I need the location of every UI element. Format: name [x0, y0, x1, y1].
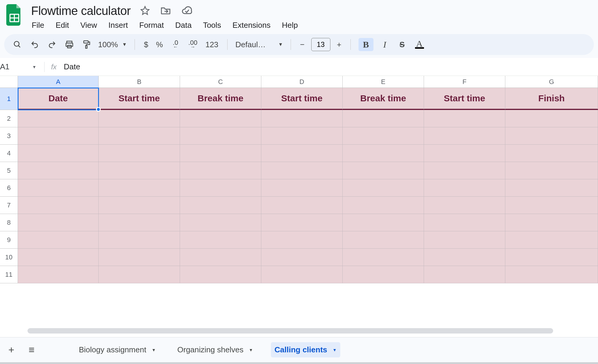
cell[interactable]: [261, 266, 343, 283]
menu-tools[interactable]: Tools: [203, 21, 221, 30]
all-sheets-button[interactable]: ≡: [29, 344, 35, 356]
col-header-g[interactable]: G: [505, 76, 598, 88]
cell[interactable]: [261, 145, 343, 162]
col-header-f[interactable]: F: [424, 76, 505, 88]
cell[interactable]: [180, 231, 261, 249]
row-header-3[interactable]: 3: [0, 127, 18, 145]
cell[interactable]: [18, 162, 99, 179]
cell[interactable]: [343, 145, 424, 162]
cell[interactable]: [424, 197, 505, 214]
menu-format[interactable]: Format: [139, 21, 164, 30]
cell[interactable]: [424, 231, 505, 249]
caret-down-icon[interactable]: ▼: [332, 348, 337, 352]
cell[interactable]: [180, 162, 261, 179]
bold-button[interactable]: B: [359, 38, 373, 51]
cell[interactable]: [261, 231, 343, 249]
print-icon[interactable]: [63, 38, 75, 51]
caret-down-icon[interactable]: ▼: [249, 348, 253, 352]
cell-f1[interactable]: Start time: [424, 88, 505, 110]
cell[interactable]: [343, 214, 424, 231]
cell-a1[interactable]: Date: [18, 88, 99, 110]
col-header-a[interactable]: A: [18, 76, 99, 88]
cell[interactable]: [180, 197, 261, 214]
increase-decimal-button[interactable]: .00→: [187, 38, 199, 51]
row-header-1[interactable]: 1: [0, 88, 18, 110]
cell[interactable]: [18, 197, 99, 214]
formula-bar-input[interactable]: Date: [64, 62, 80, 71]
menu-data[interactable]: Data: [175, 21, 192, 30]
row-header-2[interactable]: 2: [0, 110, 18, 127]
sheet-tab-biology[interactable]: Biology assignment ▼: [75, 342, 159, 357]
sheet-tab-organizing[interactable]: Organizing shelves ▼: [174, 342, 257, 357]
cell[interactable]: [99, 249, 180, 266]
sheet-tab-calling[interactable]: Calling clients ▼: [271, 342, 340, 357]
cell[interactable]: [18, 110, 99, 127]
move-icon[interactable]: [159, 5, 172, 17]
cell-e1[interactable]: Break time: [343, 88, 424, 110]
paint-format-icon[interactable]: [81, 38, 93, 51]
cell[interactable]: [261, 162, 343, 179]
cell[interactable]: [261, 179, 343, 197]
currency-button[interactable]: $: [143, 38, 149, 51]
cell[interactable]: [343, 110, 424, 127]
cell[interactable]: [505, 197, 598, 214]
cell[interactable]: [180, 145, 261, 162]
caret-down-icon[interactable]: ▼: [152, 348, 156, 352]
row-header-5[interactable]: 5: [0, 162, 18, 179]
cell[interactable]: [99, 127, 180, 145]
cell-b1[interactable]: Start time: [99, 88, 180, 110]
cell[interactable]: [505, 231, 598, 249]
cell-g1[interactable]: Finish: [505, 88, 598, 110]
cell[interactable]: [343, 197, 424, 214]
cell[interactable]: [424, 145, 505, 162]
cell[interactable]: [343, 162, 424, 179]
row-header-4[interactable]: 4: [0, 145, 18, 162]
cell[interactable]: [505, 214, 598, 231]
row-header-10[interactable]: 10: [0, 249, 18, 266]
cell[interactable]: [18, 214, 99, 231]
cell[interactable]: [180, 266, 261, 283]
menu-view[interactable]: View: [80, 21, 97, 30]
cell-d1[interactable]: Start time: [261, 88, 343, 110]
col-header-e[interactable]: E: [343, 76, 424, 88]
cell[interactable]: [18, 231, 99, 249]
row-header-11[interactable]: 11: [0, 266, 18, 283]
menu-insert[interactable]: Insert: [109, 21, 128, 30]
font-size-decrease-button[interactable]: −: [299, 38, 306, 51]
cell[interactable]: [424, 249, 505, 266]
cell[interactable]: [424, 127, 505, 145]
horizontal-scrollbar[interactable]: [28, 328, 553, 334]
cell[interactable]: [505, 249, 598, 266]
menu-edit[interactable]: Edit: [56, 21, 69, 30]
cell[interactable]: [261, 197, 343, 214]
fill-handle[interactable]: [96, 107, 101, 112]
redo-icon[interactable]: [46, 38, 58, 51]
cell[interactable]: [424, 266, 505, 283]
cell[interactable]: [261, 214, 343, 231]
cell[interactable]: [99, 179, 180, 197]
cell[interactable]: [99, 266, 180, 283]
cell[interactable]: [99, 214, 180, 231]
cell[interactable]: [505, 179, 598, 197]
font-select[interactable]: Defaul… ▼: [235, 40, 283, 49]
cell[interactable]: [505, 266, 598, 283]
cell[interactable]: [424, 162, 505, 179]
cell[interactable]: [99, 197, 180, 214]
add-sheet-button[interactable]: +: [8, 344, 14, 356]
menu-extensions[interactable]: Extensions: [233, 21, 271, 30]
spreadsheet-grid[interactable]: A B C D E F G 1 Date Start time Break ti…: [0, 76, 598, 337]
cell[interactable]: [505, 145, 598, 162]
doc-title[interactable]: Flowtime calculator: [31, 4, 131, 18]
cell[interactable]: [343, 266, 424, 283]
cell[interactable]: [99, 110, 180, 127]
percent-button[interactable]: %: [155, 38, 164, 51]
col-header-c[interactable]: C: [180, 76, 261, 88]
cell[interactable]: [424, 214, 505, 231]
number-format-button[interactable]: 123: [204, 38, 219, 51]
italic-button[interactable]: I: [379, 38, 391, 51]
zoom-select[interactable]: 100% ▼: [98, 40, 127, 49]
select-all-corner[interactable]: [0, 76, 18, 88]
cell[interactable]: [343, 179, 424, 197]
star-icon[interactable]: [139, 4, 151, 18]
cell[interactable]: [99, 145, 180, 162]
